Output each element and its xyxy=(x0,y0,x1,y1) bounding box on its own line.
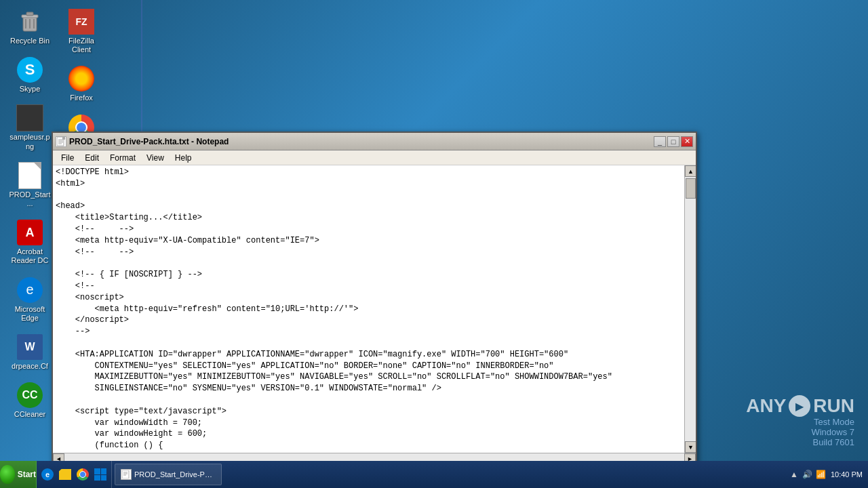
tray-network-wifi-icon[interactable]: 📶 xyxy=(816,469,827,480)
tray-network-icon[interactable]: ▲ xyxy=(789,469,800,480)
system-tray: ▲ 🔊 📶 10:40 PM xyxy=(783,469,868,480)
notepad-title-text: PROD_Start_Drive-Pack.hta.txt - Notepad xyxy=(69,137,654,146)
desktop-icon-prod-start[interactable]: PROD_Start... xyxy=(5,159,54,211)
skype-label: Skype xyxy=(20,85,41,94)
menu-file[interactable]: File xyxy=(56,152,79,164)
anyrun-text: ANY xyxy=(746,395,786,417)
desktop-icon-edge[interactable]: e Microsoft Edge xyxy=(5,274,54,325)
svg-rect-2 xyxy=(26,12,33,16)
recycle-bin-label: Recycle Bin xyxy=(10,37,50,45)
menu-view[interactable]: View xyxy=(141,152,170,164)
taskbar-item-icon-notepad xyxy=(121,469,132,480)
taskbar-item-label-notepad: PROD_Start_Drive-Pack.hta.txt - Notepad xyxy=(134,470,216,479)
notepad-content-area: <!DOCTYPE html> <html> <head> <title>Sta… xyxy=(53,165,696,453)
desktop: Recycle Bin S Skype sampleusr.png PROD_S… xyxy=(0,0,868,488)
edge-icon: e xyxy=(16,277,43,304)
prod-start-icon xyxy=(16,162,43,189)
taskbar-items: PROD_Start_Drive-Pack.hta.txt - Notepad xyxy=(112,464,783,485)
desktop-icon-recycle-bin[interactable]: Recycle Bin xyxy=(5,5,54,48)
ccleaner-label: CCleaner xyxy=(14,410,45,419)
anyrun-run-text: RUN xyxy=(813,395,854,417)
sampleusr-label: sampleusr.png xyxy=(8,133,52,150)
start-label: Start xyxy=(18,470,36,479)
desktop-icon-acrobat[interactable]: A Acrobat Reader DC xyxy=(5,216,54,268)
desktop-icon-sampleusr[interactable]: sampleusr.png xyxy=(5,102,54,153)
maximize-button[interactable]: □ xyxy=(667,136,679,147)
menu-format[interactable]: Format xyxy=(104,152,141,164)
scroll-up-button[interactable]: ▲ xyxy=(685,165,696,177)
code-content: <!DOCTYPE html> <html> <head> <title>Sta… xyxy=(53,165,684,453)
chrome-small-icon xyxy=(77,468,89,481)
scrollbar-vertical[interactable]: ▲ ▼ xyxy=(684,165,696,453)
svg-rect-7 xyxy=(62,137,65,140)
start-button[interactable]: Start xyxy=(0,461,37,488)
menu-help[interactable]: Help xyxy=(170,152,197,164)
quicklaunch-chrome[interactable] xyxy=(75,466,91,483)
anyrun-subtext: Test ModeWindows 7Build 7601 xyxy=(811,417,854,447)
anyrun-play-icon: ▶ xyxy=(789,395,810,417)
tray-volume-icon[interactable]: 🔊 xyxy=(802,469,813,480)
menu-edit[interactable]: Edit xyxy=(79,152,104,164)
taskbar: Start e xyxy=(0,461,868,488)
desktop-icon-skype[interactable]: S Skype xyxy=(5,54,54,96)
desktop-icon-firefox[interactable]: Firefox xyxy=(57,62,106,105)
tray-icons: ▲ 🔊 📶 xyxy=(789,469,827,480)
firefox-label: Firefox xyxy=(70,94,93,102)
system-clock: 10:40 PM xyxy=(831,470,863,479)
filezilla-label: FileZilla Client xyxy=(60,37,103,54)
notepad-window: PROD_Start_Drive-Pack.hta.txt - Notepad … xyxy=(52,131,697,466)
desktop-icon-filezilla[interactable]: FZ FileZilla Client xyxy=(57,5,106,57)
firefox-icon xyxy=(68,65,95,92)
windows-icon xyxy=(94,468,106,481)
sampleusr-icon xyxy=(16,104,43,131)
minimize-button[interactable]: _ xyxy=(654,136,666,147)
quicklaunch-ie[interactable]: e xyxy=(39,466,56,483)
recycle-bin-icon xyxy=(16,8,43,35)
drpeace-icon: W xyxy=(16,333,43,361)
notepad-title-icon xyxy=(56,136,66,147)
drpeace-label: drpeace.Cf xyxy=(12,362,48,371)
desktop-icon-drpeace[interactable]: W drpeace.Cf xyxy=(5,331,54,373)
prod-start-label: PROD_Start... xyxy=(8,190,52,208)
edge-label: Microsoft Edge xyxy=(8,305,52,323)
ie-icon: e xyxy=(41,468,54,481)
quicklaunch-windows[interactable] xyxy=(92,466,108,483)
notepad-editor[interactable]: <!DOCTYPE html> <html> <head> <title>Sta… xyxy=(53,165,684,453)
acrobat-icon: A xyxy=(16,219,43,246)
skype-icon: S xyxy=(16,56,43,83)
notepad-menubar: File Edit Format View Help xyxy=(53,150,696,165)
acrobat-label: Acrobat Reader DC xyxy=(8,247,52,265)
quicklaunch-explorer[interactable] xyxy=(57,466,73,483)
anyrun-watermark: ANY ▶ RUN Test ModeWindows 7Build 7601 xyxy=(746,395,854,447)
desktop-icon-ccleaner[interactable]: CC CCleaner xyxy=(5,379,54,422)
titlebar-buttons: _ □ ✕ xyxy=(654,136,693,147)
clock-time: 10:40 PM xyxy=(831,470,863,479)
scrollbar-thumb[interactable] xyxy=(686,178,696,199)
ccleaner-icon: CC xyxy=(16,382,43,409)
folder-icon xyxy=(59,469,71,480)
close-button[interactable]: ✕ xyxy=(681,136,693,147)
scroll-down-button[interactable]: ▼ xyxy=(685,441,696,453)
notepad-titlebar[interactable]: PROD_Start_Drive-Pack.hta.txt - Notepad … xyxy=(53,133,696,150)
taskbar-item-notepad[interactable]: PROD_Start_Drive-Pack.hta.txt - Notepad xyxy=(115,464,222,485)
anyrun-logo: ANY ▶ RUN xyxy=(746,395,854,417)
svg-rect-12 xyxy=(122,470,129,479)
filezilla-icon: FZ xyxy=(68,8,95,35)
start-orb xyxy=(0,465,15,484)
taskbar-quicklaunch: e xyxy=(37,461,112,488)
